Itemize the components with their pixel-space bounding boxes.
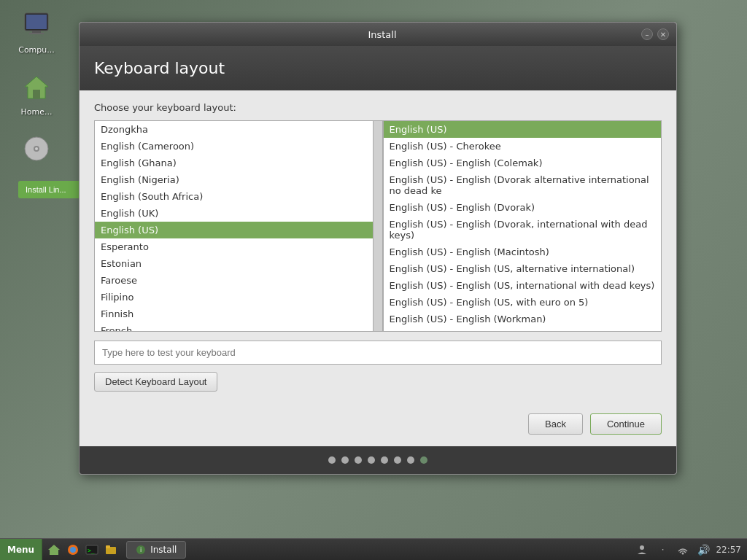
desktop-icons: Compu... Home... Install Lin... <box>0 0 73 191</box>
taskbar-icon-firefox[interactable] <box>65 542 81 558</box>
right-list-item[interactable]: English (US) - English (US, alternative … <box>384 260 662 277</box>
computer-label: Compu... <box>18 45 55 55</box>
desktop-icon-dvd[interactable] <box>7 131 66 169</box>
progress-dot <box>381 456 388 464</box>
back-button[interactable]: Back <box>528 413 583 435</box>
left-list-item[interactable]: Esperanto <box>95 238 373 255</box>
taskbar-right: ⬝ 🔊 22:57 <box>628 542 747 558</box>
progress-dot <box>355 456 362 464</box>
left-list-item[interactable]: English (US) <box>95 222 373 238</box>
choose-label: Choose your keyboard layout: <box>94 102 662 113</box>
close-button[interactable]: ✕ <box>657 28 669 40</box>
left-list-item[interactable]: English (South Africa) <box>95 188 373 205</box>
right-list-item[interactable]: English (US) - English (US, with euro on… <box>384 294 662 311</box>
right-list-item[interactable]: English (US) - English (Dvorak) <box>384 199 662 216</box>
taskbar-icon-home[interactable] <box>46 542 62 558</box>
taskbar-app-label: Install <box>150 545 177 555</box>
continue-button[interactable]: Continue <box>590 413 662 435</box>
taskbar-bluetooth-icon[interactable]: ⬝ <box>654 542 670 558</box>
left-list-item[interactable]: English (Ghana) <box>95 155 373 171</box>
left-list-item[interactable]: English (Cameroon) <box>95 138 373 155</box>
taskbar-icon-terminal[interactable]: >_ <box>84 542 100 558</box>
computer-icon <box>19 7 54 42</box>
progress-dot <box>420 456 427 464</box>
window-titlebar: Install – ✕ <box>80 23 676 46</box>
right-list-item[interactable]: English (US) - Cherokee <box>384 138 662 155</box>
taskbar-icon-files[interactable] <box>103 542 119 558</box>
right-list-item[interactable]: English (US) - English (Macintosh) <box>384 244 662 260</box>
right-list-item[interactable]: English (US) - English (Dvorak alternati… <box>384 171 662 199</box>
right-list-item[interactable]: English (US) - English (Dvorak, internat… <box>384 216 662 244</box>
home-icon <box>19 69 54 104</box>
test-input-container <box>94 341 662 365</box>
left-list-item[interactable]: Dzongkha <box>95 121 373 138</box>
progress-dot <box>328 456 336 464</box>
keyboard-layout-list[interactable]: DzongkhaEnglish (Cameroon)English (Ghana… <box>94 120 373 332</box>
minimize-button[interactable]: – <box>641 28 653 40</box>
svg-point-18 <box>640 545 644 550</box>
left-list-item[interactable]: Estonian <box>95 255 373 272</box>
taskbar: Menu >_ <box>0 538 747 560</box>
svg-rect-2 <box>32 31 41 33</box>
left-list-item[interactable]: English (UK) <box>95 205 373 222</box>
progress-dots <box>80 446 676 474</box>
right-list-item[interactable]: English (US) - English (Workman, interna… <box>384 327 662 332</box>
progress-dot <box>341 456 349 464</box>
list-divider <box>373 120 383 332</box>
left-list-item[interactable]: Finnish <box>95 306 373 322</box>
svg-text:>_: >_ <box>88 548 95 554</box>
svg-point-8 <box>35 147 38 150</box>
svg-rect-1 <box>26 15 47 29</box>
right-list-item[interactable]: English (US) - English (Workman) <box>384 311 662 327</box>
detect-keyboard-button[interactable]: Detect Keyboard Layout <box>94 372 217 392</box>
right-list-item[interactable]: English (US) - English (Colemak) <box>384 155 662 171</box>
window-header: Keyboard layout <box>80 46 676 90</box>
menu-button[interactable]: Menu <box>0 539 42 560</box>
install-window: Install – ✕ Keyboard layout Choose your … <box>79 22 677 475</box>
progress-dot <box>407 456 414 464</box>
right-list-item[interactable]: English (US) - English (US, internationa… <box>384 277 662 294</box>
desktop-icon-home[interactable]: Home... <box>7 69 66 117</box>
taskbar-user-icon[interactable] <box>634 542 650 558</box>
taskbar-quick-launch: >_ <box>42 542 123 558</box>
right-list-item[interactable]: English (US) <box>384 121 662 138</box>
progress-dot <box>368 456 375 464</box>
lists-container: DzongkhaEnglish (Cameroon)English (Ghana… <box>94 120 662 332</box>
window-main: Choose your keyboard layout: DzongkhaEng… <box>80 90 676 403</box>
taskbar-install-app[interactable]: i Install <box>126 541 186 559</box>
nav-buttons: Back Continue <box>80 403 676 446</box>
taskbar-network-icon[interactable] <box>675 542 691 558</box>
left-list-item[interactable]: Faroese <box>95 272 373 289</box>
progress-dot <box>394 456 401 464</box>
svg-point-19 <box>682 552 684 554</box>
svg-rect-15 <box>106 545 110 548</box>
svg-point-11 <box>70 547 76 553</box>
svg-marker-9 <box>48 545 60 555</box>
keyboard-variant-list[interactable]: English (US)English (US) - CherokeeEngli… <box>383 120 662 332</box>
dvd-icon <box>19 131 54 166</box>
home-label: Home... <box>21 107 53 117</box>
left-list-item[interactable]: French <box>95 322 373 332</box>
left-list-item[interactable]: English (Nigeria) <box>95 171 373 188</box>
keyboard-test-input[interactable] <box>94 341 662 365</box>
window-title: Install <box>123 29 641 40</box>
window-controls: – ✕ <box>641 28 669 40</box>
desktop: Compu... Home... Install Lin... <box>0 0 747 560</box>
install-linux-button[interactable]: Install Lin... <box>18 181 80 198</box>
taskbar-volume-icon[interactable]: 🔊 <box>695 542 711 558</box>
svg-text:i: i <box>140 547 142 553</box>
svg-rect-3 <box>29 33 44 34</box>
left-list-item[interactable]: Filipino <box>95 289 373 306</box>
taskbar-time: 22:57 <box>716 545 741 555</box>
page-heading: Keyboard layout <box>94 59 662 77</box>
svg-rect-5 <box>33 90 40 98</box>
desktop-icon-computer[interactable]: Compu... <box>7 7 66 55</box>
